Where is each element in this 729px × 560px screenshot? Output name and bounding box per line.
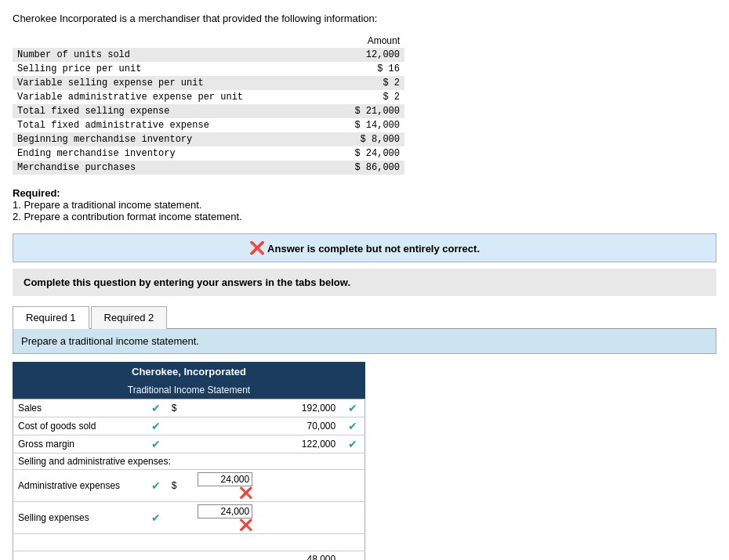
- row-input-field[interactable]: [198, 472, 252, 486]
- table-row: Administrative expenses ✔ $ ❌: [13, 470, 365, 502]
- row-total: 122,000: [257, 435, 340, 453]
- row-input: [183, 399, 257, 417]
- is-title: Cherokee, Incorporated: [13, 362, 365, 381]
- answer-banner: ❌ Answer is complete but not entirely co…: [13, 233, 716, 262]
- info-row-value: $ 24,000: [314, 146, 404, 161]
- required-item: 2. Prepare a contribution format income …: [13, 211, 716, 222]
- info-row-value: $ 86,000: [314, 161, 404, 175]
- row-label: Gross margin: [13, 435, 147, 453]
- table-row: Selling and administrative expenses:: [13, 453, 365, 470]
- row-total: 48,000: [257, 551, 340, 561]
- row-dollar: $: [166, 399, 183, 417]
- row-total-status: [340, 502, 364, 534]
- total-status-icon: ✔: [348, 438, 357, 450]
- info-row-value: $ 16: [314, 62, 404, 76]
- row-input: [183, 551, 257, 561]
- row-total-status: ✔: [340, 417, 364, 435]
- tab-required2[interactable]: Required 2: [91, 306, 168, 329]
- row-check: [146, 551, 165, 561]
- info-row-value: $ 14,000: [314, 118, 404, 132]
- answer-icon: ❌: [249, 241, 265, 255]
- complete-banner: Complete this question by entering your …: [13, 269, 716, 296]
- info-row-label: Beginning merchandise inventory: [13, 132, 314, 146]
- row-label: Cost of goods sold: [13, 417, 147, 435]
- table-row: Cost of goods sold ✔ 70,000 ✔: [13, 417, 365, 435]
- check-icon: ✔: [151, 402, 161, 414]
- required-section: Required: 1. Prepare a traditional incom…: [13, 187, 716, 222]
- row-dollar: [166, 551, 183, 561]
- row-dollar: [166, 502, 183, 534]
- tab-content-header: Prepare a traditional income statement.: [13, 329, 716, 354]
- check-icon: ✔: [151, 420, 161, 432]
- intro-text: Cherokee Incorporated is a merchandiser …: [13, 13, 716, 24]
- row-total-status: [340, 470, 364, 502]
- info-row-label: Number of units sold: [13, 48, 314, 62]
- row-dollar: [166, 435, 183, 453]
- total-status-icon: ✔: [348, 402, 357, 414]
- required-item: 1. Prepare a traditional income statemen…: [13, 199, 716, 211]
- row-total-status: ✔: [340, 435, 364, 453]
- tab-required1[interactable]: Required 1: [13, 306, 89, 329]
- row-input: [183, 417, 257, 435]
- table-row: Sales ✔ $ 192,000 ✔: [13, 399, 365, 417]
- info-row-label: Merchandise purchases: [13, 161, 314, 175]
- row-total-status: ✔: [340, 399, 364, 417]
- row-check: ✔: [146, 417, 165, 435]
- check-icon: ✔: [151, 438, 161, 450]
- required-title: Required:: [13, 187, 716, 199]
- tabs-row: Required 1 Required 2: [13, 305, 716, 329]
- row-input-cell[interactable]: ❌: [183, 502, 257, 534]
- row-label: Selling expenses: [13, 502, 147, 534]
- row-dollar: $: [166, 470, 183, 502]
- info-row-label: Total fixed selling expense: [13, 104, 314, 118]
- row-label: Administrative expenses: [13, 470, 147, 502]
- income-statement: Cherokee, Incorporated Traditional Incom…: [13, 362, 365, 560]
- row-check: ✔: [146, 502, 165, 534]
- row-input-cell[interactable]: ❌: [183, 470, 257, 502]
- complete-banner-text: Complete this question by entering your …: [24, 276, 350, 288]
- info-row-label: Ending merchandise inventory: [13, 146, 314, 161]
- is-subtitle: Traditional Income Statement: [13, 381, 365, 399]
- info-row-value: $ 8,000: [314, 132, 404, 146]
- amount-header: Amount: [314, 34, 404, 48]
- row-label: [13, 551, 147, 561]
- info-row-value: $ 21,000: [314, 104, 404, 118]
- check-icon: ✔: [151, 479, 161, 492]
- info-row-label: Variable selling expense per unit: [13, 76, 314, 90]
- row-total: [257, 502, 340, 534]
- info-row-value: $ 2: [314, 90, 404, 104]
- total-status-icon: ✔: [348, 420, 357, 432]
- table-row: Gross margin ✔ 122,000 ✔: [13, 435, 365, 453]
- check-icon: ✔: [151, 511, 161, 524]
- table-row: Selling expenses ✔ ❌: [13, 502, 365, 534]
- table-row: 48,000: [13, 551, 365, 561]
- section-label: Selling and administrative expenses:: [13, 453, 365, 470]
- row-label: Sales: [13, 399, 147, 417]
- row-total-status: [340, 551, 364, 561]
- info-row-value: $ 2: [314, 76, 404, 90]
- table-row: [13, 534, 365, 551]
- row-check: ✔: [146, 435, 165, 453]
- answer-banner-text: Answer is complete but not entirely corr…: [267, 243, 480, 255]
- is-table: Sales ✔ $ 192,000 ✔ Cost of goods sold ✔…: [13, 399, 365, 560]
- row-total: [257, 470, 340, 502]
- row-dollar: [166, 417, 183, 435]
- input-status-icon: ❌: [239, 486, 252, 499]
- info-row-label: Variable administrative expense per unit: [13, 90, 314, 104]
- info-row-label: Total fixed administrative expense: [13, 118, 314, 132]
- info-row-label: Selling price per unit: [13, 62, 314, 76]
- row-total: 192,000: [257, 399, 340, 417]
- row-input-field[interactable]: [198, 504, 252, 518]
- row-check: ✔: [146, 399, 165, 417]
- row-check: ✔: [146, 470, 165, 502]
- info-table: Amount Number of units sold12,000Selling…: [13, 34, 404, 175]
- info-row-value: 12,000: [314, 48, 404, 62]
- input-status-icon: ❌: [239, 518, 252, 531]
- row-input: [183, 435, 257, 453]
- row-total: 70,000: [257, 417, 340, 435]
